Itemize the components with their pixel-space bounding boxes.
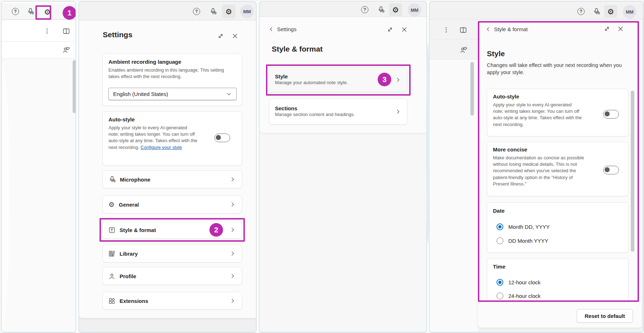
panel-app-toolbar: ? ⚙ ⚙ 1 — [1, 1, 76, 333]
card-title: More concise — [493, 146, 527, 153]
reset-to-default-button[interactable]: Reset to default — [577, 309, 633, 323]
back-to-settings[interactable]: Settings — [268, 26, 296, 32]
step1-badge: 1 — [63, 6, 76, 20]
expand-icon[interactable] — [604, 25, 610, 32]
mini-gear-icon: ⚙ — [382, 10, 385, 13]
help-icon[interactable]: ? — [577, 8, 585, 15]
person-chat-icon[interactable] — [460, 46, 468, 54]
time-card: Time 12-hour clock 24-hour clock — [487, 258, 629, 303]
card-title: Time — [493, 264, 505, 270]
menu-item-library[interactable]: Library — [102, 245, 242, 262]
card-description: Apply your style to every AI-generated n… — [493, 102, 583, 128]
top-toolbar: ? ⚙ ⚙ 1 — [2, 3, 76, 20]
expand-icon[interactable] — [217, 33, 224, 39]
card-title: Auto-style — [493, 93, 519, 100]
auto-style-toggle[interactable] — [214, 134, 230, 142]
radio-unselected-icon — [497, 237, 503, 244]
extensions-icon — [108, 298, 115, 304]
help-icon[interactable]: ? — [193, 8, 200, 15]
avatar[interactable]: MM — [408, 3, 421, 17]
microphone-settings-icon[interactable]: ⚙ — [593, 8, 600, 15]
radio-option[interactable]: 24-hour clock — [497, 293, 541, 299]
kebab-icon[interactable] — [44, 28, 50, 34]
row-description: Manage section content and headings. — [275, 111, 391, 118]
date-card: Date Month DD, YYYY DD Month YYYY — [487, 202, 629, 253]
scrollbar-thumb[interactable] — [73, 60, 76, 113]
chevron-right-icon — [229, 176, 236, 183]
flyout-scrollbar-thumb[interactable] — [631, 91, 634, 252]
close-icon[interactable] — [401, 26, 408, 33]
step2-badge: 2 — [209, 223, 223, 237]
chevron-right-icon — [229, 298, 236, 304]
chevron-right-icon — [395, 77, 401, 83]
row-title: Style — [275, 73, 391, 79]
gear-icon: ⚙ — [108, 201, 115, 208]
menu-item-profile[interactable]: Profile — [102, 267, 242, 285]
page-title: Settings — [103, 30, 132, 39]
split-view-icon[interactable] — [460, 26, 467, 34]
menu-item-extensions[interactable]: Extensions — [102, 292, 242, 310]
panel-settings: ? ⚙ ⚙ MM Settings Ambient recording lang… — [78, 1, 257, 333]
radio-selected-icon — [497, 279, 503, 286]
radio-option[interactable]: Month DD, YYYY — [497, 223, 550, 230]
microphone-settings-icon[interactable]: ⚙ — [377, 6, 384, 13]
scrollbar-thumb[interactable] — [470, 62, 474, 116]
chevron-right-icon — [229, 250, 236, 257]
back-to-settings[interactable]: Style & format — [485, 26, 528, 32]
panel-style-format: ? ⚙ ⚙ MM Settings Style & format Style M… — [259, 1, 427, 333]
menu-item-microphone[interactable]: ⚙ Microphone — [102, 170, 242, 188]
row-title: Sections — [275, 105, 391, 111]
help-icon[interactable]: ? — [361, 6, 368, 13]
step3-badge: 3 — [378, 73, 391, 86]
person-chat-icon[interactable] — [63, 46, 70, 54]
configure-style-link[interactable]: Configure your style — [141, 145, 182, 150]
microphone-settings-icon[interactable]: ⚙ — [209, 8, 217, 15]
more-concise-toggle[interactable] — [603, 166, 619, 174]
row-description: Manage your automated note style. — [275, 79, 391, 86]
radio-selected-icon — [497, 223, 503, 230]
chevron-down-icon — [226, 91, 232, 97]
help-icon[interactable]: ? — [12, 8, 19, 15]
gear-icon-active[interactable]: ⚙ — [222, 5, 236, 18]
tutorial-composite: ? ⚙ ⚙ 1 ? ⚙ ⚙ MM Settings Ambient record… — [0, 0, 644, 333]
card-description: Enables ambient recording in this langua… — [108, 67, 227, 80]
card-title: Date — [493, 208, 505, 214]
avatar[interactable]: MM — [623, 5, 636, 19]
chevron-right-icon — [229, 227, 236, 233]
top-toolbar: ? ⚙ ⚙ MM — [79, 3, 257, 20]
expand-icon[interactable] — [387, 26, 393, 33]
gear-icon-active[interactable]: ⚙ — [389, 3, 402, 16]
menu-item-general[interactable]: ⚙ General — [102, 196, 242, 213]
gear-icon-active[interactable]: ⚙ — [604, 5, 617, 18]
page-title: Style & format — [272, 45, 323, 53]
auto-style-card: Auto-style Apply your style to every AI-… — [487, 89, 629, 136]
panel-style-detail: ? ⚙ ⚙ MM Style & format Style Changes wi… — [429, 1, 644, 333]
chevron-left-icon — [268, 26, 274, 32]
close-icon[interactable] — [232, 33, 238, 39]
chevron-right-icon — [229, 201, 236, 208]
ambient-language-card: Ambient recording language Enables ambie… — [102, 54, 242, 106]
top-toolbar: ? ⚙ ⚙ MM — [430, 4, 644, 19]
library-icon — [108, 250, 115, 257]
chevron-right-icon — [395, 108, 401, 115]
split-view-icon[interactable] — [63, 28, 70, 35]
microphone-settings-icon[interactable]: ⚙ — [27, 8, 34, 15]
chevron-right-icon — [229, 273, 236, 279]
auto-style-toggle[interactable] — [603, 110, 619, 119]
torn-edge-decoration — [426, 43, 430, 244]
language-select[interactable]: English (United States) — [108, 88, 237, 100]
radio-unselected-icon — [497, 293, 503, 299]
auto-style-card: Auto-style Apply your style to every AI-… — [102, 111, 242, 166]
more-concise-card: More concise Make documentation as conci… — [487, 142, 629, 196]
selected-language: English (United States) — [113, 91, 168, 97]
close-icon[interactable] — [617, 25, 624, 32]
person-icon — [108, 273, 115, 280]
radio-option[interactable]: DD Month YYYY — [497, 237, 548, 244]
gear-icon[interactable]: ⚙ — [44, 8, 51, 16]
kebab-icon[interactable] — [443, 26, 450, 33]
sections-row[interactable]: Sections Manage section content and head… — [269, 98, 407, 125]
section-subtitle: Changes will take effect with your next … — [487, 62, 630, 76]
card-title: Ambient recording language — [108, 59, 181, 65]
radio-option[interactable]: 12-hour clock — [497, 279, 541, 286]
avatar[interactable]: MM — [240, 5, 254, 18]
